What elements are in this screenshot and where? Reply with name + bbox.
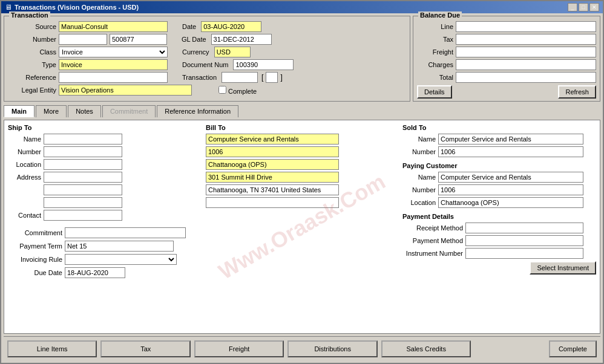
ship-contact-input[interactable] [44, 210, 122, 221]
class-row: Class Invoice Currency [8, 47, 406, 57]
number-row: Number GL Date [8, 34, 406, 45]
tab-more[interactable]: More [36, 105, 67, 117]
ship-name-input[interactable] [44, 134, 122, 145]
tax-input[interactable] [456, 34, 596, 45]
sales-credits-button[interactable]: Sales Credits [381, 340, 471, 357]
type-label: Type [8, 61, 56, 68]
content-area: Transaction Source Date Number GL Date [1, 13, 603, 363]
ship-location-input[interactable] [44, 159, 122, 170]
receipt-method-row: Receipt Method [402, 223, 596, 233]
source-label: Source [8, 23, 56, 30]
invoicing-rule-select[interactable] [65, 254, 177, 265]
line-items-button[interactable]: Line Items [7, 340, 97, 357]
complete-checkbox-area: Complete [218, 86, 257, 95]
line-balance-row: Line [417, 21, 596, 32]
bill-line4[interactable] [206, 172, 339, 183]
receipt-method-input[interactable] [465, 223, 583, 233]
gl-date-input[interactable] [211, 34, 272, 45]
transaction-label: Transaction [182, 74, 217, 81]
commitment-input[interactable] [65, 227, 186, 238]
instrument-number-input[interactable] [465, 248, 583, 259]
sold-name-input[interactable] [438, 134, 583, 145]
sold-name-row: Name [402, 134, 596, 145]
select-instrument-button[interactable]: Select Instrument [530, 261, 596, 275]
ship-address-row3 [8, 197, 200, 208]
ship-address-input2[interactable] [44, 184, 122, 195]
top-section: Transaction Source Date Number GL Date [4, 16, 600, 102]
sold-number-label: Number [402, 148, 436, 155]
bill-line6[interactable] [206, 197, 339, 208]
paying-name-row: Name [402, 172, 596, 183]
paying-location-row: Location [402, 197, 596, 208]
ship-address-input3[interactable] [44, 197, 122, 208]
tab-main[interactable]: Main [4, 105, 34, 117]
reference-label: Reference [8, 74, 56, 81]
document-num-label: Document Num [182, 61, 228, 68]
number-input2[interactable] [110, 34, 167, 45]
payment-method-input[interactable] [465, 235, 583, 246]
reference-input[interactable] [59, 72, 168, 83]
freight-input[interactable] [456, 47, 596, 57]
ship-address-input1[interactable] [44, 172, 122, 183]
class-select[interactable]: Invoice [59, 47, 168, 57]
main-inner: Www.Oraask.Com Ship To Name Number [4, 120, 600, 333]
refresh-button[interactable]: Refresh [558, 85, 596, 99]
transaction-input[interactable] [222, 72, 258, 83]
currency-input[interactable] [214, 47, 251, 57]
paying-number-label: Number [402, 186, 436, 193]
ship-name-label: Name [8, 135, 41, 143]
ship-bill-row: Ship To Name Number Location [8, 124, 398, 223]
due-date-input[interactable] [65, 267, 125, 278]
total-input[interactable] [456, 72, 596, 83]
sold-number-input[interactable] [438, 146, 583, 157]
close-button[interactable]: ✕ [589, 3, 599, 11]
date-input[interactable] [201, 21, 261, 32]
currency-label: Currency [182, 48, 209, 56]
total-balance-row: Total [417, 72, 596, 83]
paying-number-input[interactable] [438, 184, 583, 195]
bill-line3[interactable] [206, 159, 339, 170]
freight-label: Freight [417, 48, 453, 56]
maximize-button[interactable]: □ [579, 3, 588, 11]
charges-input[interactable] [456, 59, 596, 70]
reference-row: Reference Transaction [ ] [8, 72, 406, 83]
paying-name-input[interactable] [438, 172, 583, 183]
payment-method-label: Payment Method [402, 237, 463, 244]
type-input[interactable] [59, 59, 168, 70]
bill-line2[interactable] [206, 146, 339, 157]
tab-reference-information[interactable]: Reference Information [157, 105, 238, 117]
details-button[interactable]: Details [417, 85, 452, 99]
commitment-row: Commitment [8, 227, 398, 238]
paying-location-input[interactable] [438, 197, 583, 208]
type-row: Type Document Num [8, 59, 406, 70]
tabs-row: Main More Notes Commitment Reference Inf… [4, 105, 600, 117]
complete-checkbox[interactable] [218, 86, 226, 94]
bill-line1[interactable] [206, 134, 339, 145]
number-input1[interactable] [59, 34, 107, 45]
bill-to-area: Bill To [206, 124, 398, 223]
freight-button[interactable]: Freight [194, 340, 284, 357]
document-num-input[interactable] [233, 59, 294, 70]
legal-entity-label: Legal Entity [8, 86, 56, 94]
tab-notes[interactable]: Notes [68, 105, 101, 117]
source-input[interactable] [59, 21, 168, 32]
sold-number-row: Number [402, 146, 596, 157]
ship-contact-row: Contact [8, 210, 200, 221]
complete-button[interactable]: Complete [549, 340, 597, 357]
payment-term-input[interactable] [65, 241, 174, 252]
ship-number-input[interactable] [44, 146, 122, 157]
minimize-button[interactable]: _ [568, 3, 577, 11]
due-date-row: Due Date [8, 267, 398, 278]
bill-line5[interactable] [206, 184, 339, 195]
transaction-input2[interactable] [266, 72, 278, 83]
bottom-bar: Line Items Tax Freight Distributions Sal… [4, 336, 600, 360]
tax-balance-row: Tax [417, 34, 596, 45]
sold-to-area: Sold To Name Number [402, 124, 596, 157]
select-instrument-row: Select Instrument [402, 261, 596, 275]
distributions-button[interactable]: Distributions [287, 340, 377, 357]
tax-button[interactable]: Tax [100, 340, 190, 357]
commitment-label: Commitment [8, 229, 62, 236]
line-input[interactable] [456, 21, 596, 32]
legal-entity-input[interactable] [59, 85, 192, 96]
paying-customer-title: Paying Customer [402, 162, 596, 169]
